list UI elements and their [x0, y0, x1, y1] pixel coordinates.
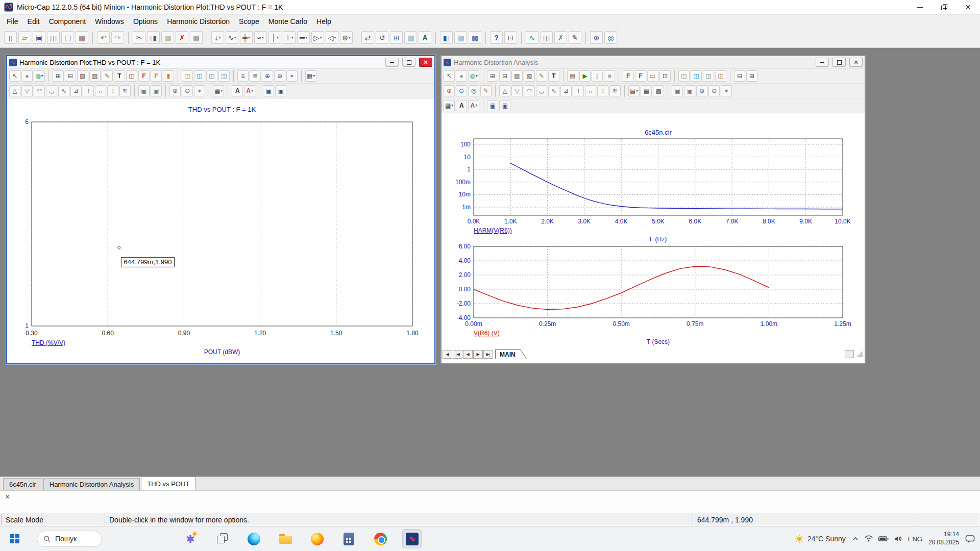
calculator-button[interactable]: ▩ — [653, 85, 664, 96]
last-page-button[interactable]: ▶| — [483, 350, 493, 359]
capacitor-component-button[interactable]: ╪▾ — [240, 31, 253, 44]
pane-layout-top-button[interactable]: ◫ — [182, 70, 193, 82]
plot-window-titlebar[interactable]: Harmonic Distortion Plot:THD vs POUT : F… — [7, 56, 434, 68]
tangent-tool-button[interactable]: ≀ — [573, 85, 584, 96]
flip-horizontal-button[interactable]: ⇄ — [361, 31, 374, 44]
low-tool-button[interactable]: ◡ — [46, 85, 57, 96]
pane-layout-bottom-button[interactable]: ◫ — [194, 70, 205, 82]
preferences-button[interactable]: ✎ — [569, 31, 581, 44]
annotate-pencil-button[interactable]: ✎ — [102, 70, 113, 82]
analysis-window-titlebar[interactable]: Harmonic Distortion Analysis ✕ — [442, 56, 865, 68]
stop-analysis-button[interactable]: ■ — [604, 70, 615, 82]
chrome-icon[interactable] — [371, 529, 390, 548]
zoom-point-button[interactable]: ⌖ — [286, 70, 298, 82]
grid-pattern-button[interactable]: ▦▾ — [444, 100, 455, 111]
add-vertical-tag-button[interactable]: ⊟ — [65, 70, 76, 82]
fourier-blue-button[interactable]: F — [635, 70, 646, 82]
edge-icon[interactable] — [244, 529, 263, 548]
properties-button[interactable]: ▤ — [567, 70, 578, 82]
low-tool-button[interactable]: ◡ — [536, 85, 547, 96]
pane-layout-4-button[interactable]: ◫ — [715, 70, 726, 82]
diode-component-button[interactable]: ▷▾ — [311, 31, 324, 44]
node-snap-button[interactable]: ⊕▾ — [340, 31, 353, 44]
scope-window-button[interactable]: ◫ — [540, 31, 553, 44]
color-swatch-button[interactable]: ▮ — [163, 70, 174, 82]
calculator-icon[interactable] — [339, 529, 358, 548]
source-component-button[interactable]: ∿▾ — [226, 31, 238, 44]
resize-grip[interactable] — [856, 351, 863, 357]
delete-button[interactable]: ✗ — [176, 31, 188, 44]
graphics-mode-button[interactable]: ● — [21, 70, 33, 82]
help-globe-button[interactable]: ◍▾ — [468, 70, 479, 82]
hatch-left-button[interactable]: ▨ — [511, 70, 523, 82]
page-tab-main[interactable]: MAIN — [495, 349, 527, 359]
inflection-tool-button[interactable]: ∿ — [58, 85, 69, 96]
tab-thd-vs-pout[interactable]: THD vs POUT — [141, 477, 195, 490]
help-globe-button[interactable]: ◍▾ — [34, 70, 45, 82]
grid-pattern-button[interactable]: ▦▾ — [213, 85, 224, 96]
zoom-out-scale-button[interactable]: ⊖ — [708, 85, 720, 96]
cursor-list-button[interactable]: ≡ — [237, 70, 249, 82]
hatch-left-button[interactable]: ▨ — [77, 70, 88, 82]
copilot-icon[interactable]: ✱✱ — [181, 529, 200, 548]
copy-button[interactable]: ◨ — [147, 31, 160, 44]
split-horizontal-button[interactable]: ⊟ — [734, 70, 745, 82]
select-mode-button[interactable]: ↖ — [444, 70, 455, 82]
font-select-button[interactable]: A — [456, 100, 467, 111]
print-button[interactable]: ▥ — [76, 31, 88, 44]
zoom-in-button[interactable]: ⊕ — [262, 70, 273, 82]
calculator-tool-button[interactable]: ▩ — [469, 31, 481, 44]
clipboard-button[interactable]: ▤▾ — [628, 85, 640, 96]
zoom-in-scale-button[interactable]: ⊕ — [696, 85, 707, 96]
menu-options[interactable]: Options — [129, 15, 162, 28]
border-toggle-button[interactable]: ▦ — [404, 31, 417, 44]
plot-close-button[interactable]: ✕ — [419, 58, 432, 67]
font-color-button[interactable]: A▾ — [468, 100, 479, 111]
select-mode-button[interactable]: ↖ — [9, 70, 20, 82]
horizontal-tag-tool-button[interactable]: ↔ — [95, 85, 106, 96]
graphics-mode-button[interactable]: ● — [456, 70, 467, 82]
grid-toggle-button[interactable]: ⊞ — [390, 31, 403, 44]
task-view-icon[interactable] — [212, 529, 232, 548]
cursor-table-button[interactable]: ≣ — [250, 70, 261, 82]
edit-wave-button[interactable]: ✎ — [480, 85, 492, 96]
paste-button[interactable]: ▦ — [161, 31, 174, 44]
firefox-icon[interactable] — [307, 529, 327, 548]
vertical-tag-tool-button[interactable]: ↕ — [597, 85, 608, 96]
battery-icon[interactable] — [878, 536, 889, 542]
previous-page-button[interactable]: ◀ — [463, 350, 473, 359]
annotate-pencil-button[interactable]: ✎ — [536, 70, 547, 82]
valley-tool-button[interactable]: ▽ — [21, 85, 33, 96]
zoom-out-scale-button[interactable]: ⊖ — [182, 85, 193, 96]
inductor-component-button[interactable]: ≈▾ — [254, 31, 267, 44]
zoom-out-button[interactable]: ⊖ — [274, 70, 285, 82]
scale-lock-x-button[interactable]: ▣ — [138, 85, 150, 96]
data-points-button[interactable]: ⊡ — [659, 70, 671, 82]
global-high-tool-button[interactable]: ⊿ — [70, 85, 82, 96]
high-tool-button[interactable]: ◠ — [524, 85, 535, 96]
copy-to-page-2-button[interactable]: ▣ — [499, 100, 510, 111]
plot-maximize-button[interactable] — [402, 58, 415, 67]
menu-monte-carlo[interactable]: Monte Carlo — [264, 15, 312, 28]
fourier-orange-button[interactable]: F — [151, 70, 162, 82]
tangent-tool-button[interactable]: ≀ — [83, 85, 94, 96]
high-tool-button[interactable]: ◠ — [34, 85, 45, 96]
peak-tool-button[interactable]: △ — [499, 85, 510, 96]
battery-component-button[interactable]: ═▾ — [297, 31, 310, 44]
notification-icon[interactable] — [965, 535, 975, 543]
performance-tag-tool-button[interactable]: ≋ — [119, 85, 131, 96]
analysis-close-button[interactable]: ✕ — [849, 58, 863, 67]
tab-6c45n-cir[interactable]: 6c45n.cir — [3, 478, 42, 490]
vertical-tag-tool-button[interactable]: ↕ — [107, 85, 118, 96]
zoom-region-button[interactable]: ⌖ — [721, 85, 732, 96]
menu-scope[interactable]: Scope — [234, 15, 264, 28]
peak-tool-button[interactable]: △ — [9, 85, 20, 96]
thd-plot[interactable]: 0.300.600.901.201.501.8061THD vs POUT : … — [7, 98, 434, 363]
analysis-minimize-button[interactable] — [816, 58, 829, 67]
component-mode-button[interactable]: ↓▾ — [211, 31, 224, 44]
scale-lock-x-button[interactable]: ▣ — [672, 85, 683, 96]
pane-layout-1-button[interactable]: ◫ — [678, 70, 690, 82]
analysis-plot-button[interactable]: ◧ — [440, 31, 453, 44]
restore-button[interactable] — [932, 0, 956, 14]
undo-button[interactable]: ↶ — [97, 31, 110, 44]
